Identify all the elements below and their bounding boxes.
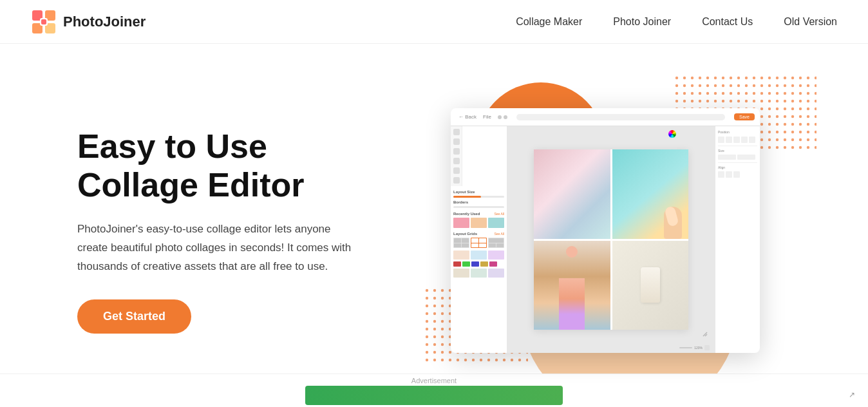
advertisement-bar: Advertisement ↗ — [0, 374, 868, 407]
layout-th-3 — [488, 251, 504, 260]
layout-th-1 — [453, 251, 469, 260]
girl-head — [566, 246, 578, 258]
sidebar-see-all-1[interactable]: See All — [494, 212, 504, 216]
props-tool-1 — [718, 137, 724, 143]
props-divider — [718, 146, 757, 146]
sidebar-icon-1 — [453, 129, 460, 135]
nav-link-old-version[interactable]: Old Version — [784, 16, 837, 28]
mockup-canvas: 120% — [507, 126, 715, 353]
swatch-red — [453, 261, 461, 267]
logo-icon — [31, 9, 57, 35]
props-align-2 — [726, 171, 732, 178]
props-tool-3 — [733, 137, 740, 143]
toolbar-save-btn[interactable]: Save — [734, 113, 755, 120]
sidebar-layout-slider — [453, 196, 504, 198]
sidebar-recent-header: Recently Used See All — [453, 212, 504, 216]
app-mockup: ← Back File Save — [451, 108, 760, 353]
swatch-yellow — [480, 261, 488, 267]
navbar: PhotoJoiner Collage Maker Photo Joiner C… — [0, 0, 868, 44]
layout-opt-1[interactable] — [453, 238, 469, 248]
ad-label: Advertisement — [411, 377, 457, 384]
props-align-3 — [733, 171, 740, 178]
thumb-2 — [471, 218, 487, 228]
props-align-row — [718, 171, 757, 178]
hero-left: Easy to Use Collage Editor PhotoJoiner's… — [77, 128, 386, 333]
nav-link-collage-maker[interactable]: Collage Maker — [516, 16, 582, 28]
small-item-3 — [488, 269, 504, 278]
thumb-1 — [453, 218, 469, 228]
sidebar-border-slider — [453, 206, 504, 208]
product-bottle — [641, 267, 660, 303]
sidebar-panels: Layout Size Borders Recently Used See Al… — [451, 186, 507, 353]
collage-cell-girl — [534, 241, 610, 330]
sidebar-layout-grids-title: Layout Grids — [453, 232, 477, 236]
props-height-input — [737, 155, 755, 160]
sidebar-icon-6 — [453, 177, 460, 184]
toolbar-back: ← Back — [458, 114, 476, 120]
sidebar-borders-title: Borders — [453, 200, 504, 204]
mockup-props-panel: Position Size Align — [715, 126, 760, 353]
zoom-slider — [679, 347, 692, 348]
hero-description: PhotoJoiner's easy-to-use collage editor… — [77, 220, 361, 276]
canvas-color-wheel — [668, 130, 676, 138]
sidebar-icons — [451, 126, 462, 186]
zoom-level: 120% — [694, 346, 703, 350]
collage-cell-cream — [612, 241, 689, 330]
collage-cell-pink — [534, 149, 610, 239]
get-started-button[interactable]: Get Started — [77, 299, 191, 334]
props-tools-row — [718, 137, 757, 143]
mockup-body: Layout Size Borders Recently Used See Al… — [451, 126, 760, 353]
layout-opt-3[interactable] — [488, 238, 504, 248]
canvas-collage — [534, 149, 688, 330]
sidebar-small-items — [453, 269, 504, 278]
mockup-sidebar: Layout Size Borders Recently Used See Al… — [451, 126, 507, 353]
props-panel-title: Position — [718, 130, 757, 134]
sidebar-icon-2 — [453, 138, 460, 145]
sidebar-recent-title: Recently Used — [453, 212, 480, 216]
sidebar-layout-grid — [453, 238, 504, 248]
svg-rect-5 — [41, 19, 46, 24]
props-tool-4 — [741, 137, 748, 143]
sidebar-icon-4 — [453, 158, 460, 164]
props-tool-2 — [726, 137, 732, 143]
nav-link-photo-joiner[interactable]: Photo Joiner — [613, 16, 671, 28]
small-item-2 — [471, 269, 487, 278]
sidebar-layouts-header: Layout Grids See All — [453, 232, 504, 236]
zoom-expand — [704, 345, 710, 350]
toolbar-file: File — [483, 114, 491, 120]
sidebar-see-all-2[interactable]: See All — [494, 232, 504, 236]
sidebar-color-swatches — [453, 261, 504, 267]
toolbar-url-bar — [516, 114, 725, 120]
sidebar-icon-3 — [453, 148, 460, 155]
headline-line2: Collage Editor — [77, 166, 304, 204]
props-size-label: Size — [718, 149, 757, 153]
girl-body — [559, 278, 585, 330]
hero-headline: Easy to Use Collage Editor — [77, 128, 386, 205]
small-item-1 — [453, 269, 469, 278]
logo-text: PhotoJoiner — [63, 14, 146, 30]
swatch-pink — [489, 261, 497, 267]
props-divider-2 — [718, 162, 757, 163]
hero-section: Easy to Use Collage Editor PhotoJoiner's… — [0, 44, 868, 404]
swatch-green — [462, 261, 470, 267]
sidebar-slider-fill — [453, 196, 481, 198]
toolbar-icon-1 — [498, 115, 502, 119]
props-align-label: Align — [718, 166, 757, 169]
swatch-blue — [471, 261, 479, 267]
sidebar-icon-5 — [453, 167, 460, 174]
nav-link-contact-us[interactable]: Contact Us — [702, 16, 753, 28]
hero-right: // Generate dots in SVG — [412, 70, 816, 392]
props-align-1 — [718, 171, 724, 178]
toolbar-icon-2 — [504, 115, 507, 119]
props-tool-5 — [749, 137, 755, 143]
thumb-3 — [488, 218, 504, 228]
sidebar-more-layouts — [453, 251, 504, 260]
headline-line1: Easy to Use — [77, 128, 267, 165]
props-width-input — [718, 155, 736, 160]
layout-opt-2-active[interactable] — [471, 238, 487, 248]
logo-link[interactable]: PhotoJoiner — [31, 9, 146, 35]
layout-th-2 — [471, 251, 487, 260]
canvas-zoom-controls: 120% — [679, 345, 710, 350]
nav-links: Collage Maker Photo Joiner Contact Us Ol… — [516, 16, 837, 28]
sidebar-layout-title: Layout Size — [453, 190, 504, 194]
